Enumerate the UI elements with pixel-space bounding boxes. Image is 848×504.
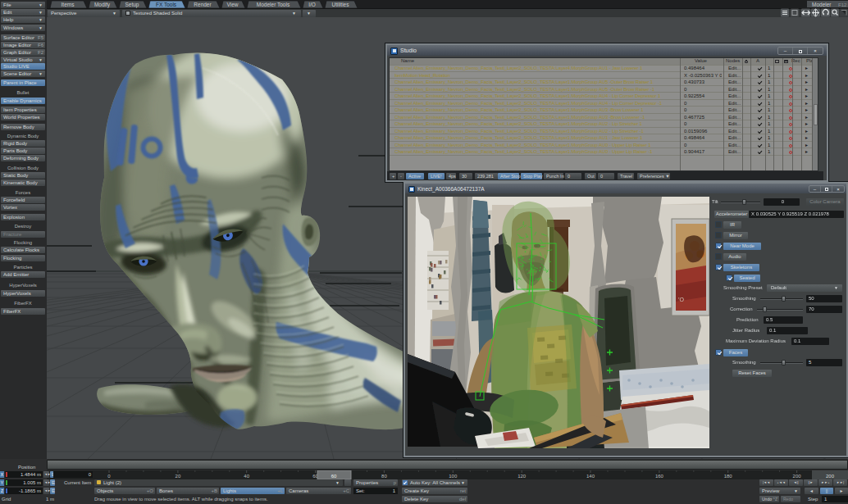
svg-text:I/O: I/O: [308, 2, 316, 7]
svg-text:60: 60: [331, 474, 337, 479]
svg-text:80: 80: [381, 474, 387, 479]
svg-text:140: 140: [586, 474, 595, 479]
svg-text:20: 20: [176, 474, 181, 479]
svg-text:Render: Render: [194, 2, 212, 7]
svg-text:Items: Items: [62, 2, 75, 7]
svg-text:Modify: Modify: [94, 2, 111, 8]
svg-text:200: 200: [793, 474, 802, 479]
svg-text:Modeler: Modeler: [812, 2, 832, 7]
svg-text:200: 200: [826, 474, 835, 479]
svg-text:F12: F12: [838, 2, 847, 7]
svg-text:Utilities: Utilities: [332, 2, 350, 7]
svg-text:View: View: [227, 2, 239, 7]
svg-text:FX Tools: FX Tools: [156, 2, 177, 7]
svg-text:120: 120: [517, 474, 527, 479]
svg-text:180: 180: [724, 474, 733, 479]
svg-text:160: 160: [655, 474, 664, 479]
svg-text:Modeler Tools: Modeler Tools: [257, 2, 290, 7]
svg-text:100: 100: [449, 474, 458, 479]
svg-text:40: 40: [244, 474, 249, 479]
svg-text:0: 0: [107, 474, 111, 479]
svg-text:Setup: Setup: [125, 2, 139, 8]
